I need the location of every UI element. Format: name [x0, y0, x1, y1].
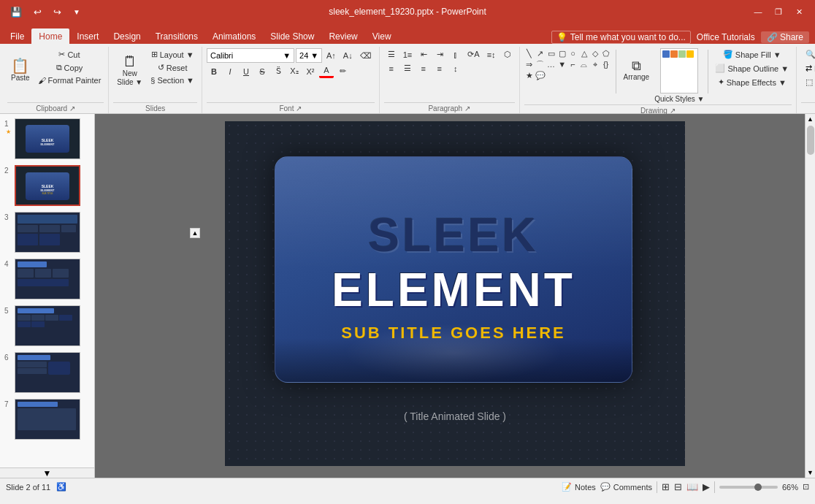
shape-line[interactable]: ╲ [524, 48, 535, 58]
office-tutorials-link[interactable]: Office Tutorials [697, 32, 755, 42]
superscript-button[interactable]: X² [303, 66, 318, 77]
bullets-button[interactable]: ☰ [384, 48, 399, 61]
underline-button[interactable]: U [239, 66, 253, 77]
panel-scroll-down[interactable]: ▼ [0, 467, 94, 478]
new-slide-button[interactable]: 🗒 New Slide ▼ [113, 48, 146, 92]
quick-styles-box[interactable] [660, 48, 698, 93]
center-button[interactable]: ☰ [400, 62, 415, 75]
scroll-thumb[interactable] [807, 126, 814, 155]
align-left-button[interactable]: ≡ [384, 63, 399, 75]
tab-file[interactable]: File [3, 28, 31, 44]
close-button[interactable]: ✕ [789, 4, 809, 20]
shape-callout[interactable]: 💬 [535, 70, 546, 80]
slide-img-4[interactable] [15, 259, 80, 299]
slide-thumb-3[interactable]: 3 [3, 210, 91, 254]
select-button[interactable]: ⬚Select ▼ [801, 76, 815, 88]
slide-img-6[interactable] [15, 352, 80, 393]
font-size-dropdown[interactable]: 24 ▼ [296, 48, 322, 63]
slide-img-1[interactable]: SLEEK ELEMENT [15, 118, 80, 159]
tab-view[interactable]: View [365, 28, 399, 44]
slide-thumb-1[interactable]: 1 ★ SLEEK ELEMENT [3, 117, 91, 161]
slideshow-button[interactable]: ▶ [703, 481, 710, 492]
shape-effects-button[interactable]: ✦Shape Effects ▼ [712, 76, 792, 88]
tab-home[interactable]: Home [31, 28, 69, 44]
subscript-button[interactable]: X₂ [287, 65, 302, 77]
slide-img-7[interactable] [15, 399, 80, 440]
cut-button[interactable]: ✂Cut [35, 48, 104, 61]
shadow-button[interactable]: S̈ [271, 65, 286, 77]
reset-button[interactable]: ↺Reset [148, 61, 197, 74]
tab-transitions[interactable]: Transitions [148, 28, 205, 44]
shape-more[interactable]: … [546, 59, 556, 69]
tab-insert[interactable]: Insert [69, 28, 106, 44]
shape-round-rect[interactable]: ▢ [557, 48, 567, 58]
font-color-button[interactable]: A [319, 64, 334, 78]
justify-button[interactable]: ≡ [432, 63, 447, 75]
bold-button[interactable]: B [207, 66, 221, 77]
shape-triangle[interactable]: △ [579, 48, 589, 58]
clear-format-button[interactable]: ⌫ [357, 50, 375, 62]
slide-sorter-button[interactable]: ⊟ [674, 481, 682, 492]
format-painter-button[interactable]: 🖌Format Painter [35, 75, 104, 86]
customize-icon[interactable]: ▼ [69, 7, 85, 18]
scroll-up-button[interactable]: ▲ [190, 228, 200, 238]
tab-review[interactable]: Review [321, 28, 364, 44]
shape-arrow[interactable]: ↗ [535, 48, 546, 58]
shape-star[interactable]: ★ [524, 70, 535, 80]
replace-button[interactable]: ⇄Replace [801, 62, 815, 75]
undo-icon[interactable]: ↩ [29, 5, 46, 19]
shape-elbow[interactable]: ⌓ [579, 59, 589, 69]
fit-to-window-button[interactable]: ⊡ [803, 482, 809, 492]
tell-me-box[interactable]: 💡 Tell me what you want to do... [551, 31, 691, 44]
font-name-dropdown[interactable]: Calibri ▼ [207, 48, 294, 63]
slide-thumb-7[interactable]: 7 [3, 397, 91, 441]
notes-button[interactable]: 📝 Notes [562, 482, 596, 492]
tab-animations[interactable]: Animations [205, 28, 263, 44]
shape-curve[interactable]: ⌒ [535, 59, 546, 69]
comments-button[interactable]: 💬 Comments [600, 482, 652, 492]
arrange-button[interactable]: ⧉ Arrange [620, 48, 654, 92]
text-direction-button[interactable]: ⟳A [464, 48, 482, 61]
share-button[interactable]: 🔗 Share [761, 31, 809, 43]
align-right-button[interactable]: ≡ [416, 63, 431, 75]
shape-oval[interactable]: ○ [568, 48, 578, 58]
shape-outline-button[interactable]: ⬜Shape Outline ▼ [712, 62, 792, 75]
text-highlight-button[interactable]: ✏ [335, 65, 350, 77]
decrease-font-button[interactable]: A↓ [340, 50, 356, 61]
accessibility-icon[interactable]: ♿ [56, 482, 66, 492]
shape-bracket[interactable]: {} [601, 59, 611, 69]
copy-button[interactable]: ⧉Copy [35, 61, 104, 74]
slide-thumb-6[interactable]: 6 [3, 351, 91, 394]
align-text-button[interactable]: ≡↕ [484, 49, 499, 61]
decrease-indent-button[interactable]: ⇤ [416, 48, 431, 61]
scroll-up-arrow[interactable]: ▲ [806, 114, 815, 124]
zoom-thumb[interactable] [754, 484, 762, 491]
tab-slideshow[interactable]: Slide Show [263, 28, 321, 44]
numbering-button[interactable]: 1≡ [400, 49, 416, 61]
shape-bent[interactable]: ⌐ [568, 59, 578, 69]
shape-diamond[interactable]: ◇ [590, 48, 600, 58]
italic-button[interactable]: I [223, 66, 237, 77]
increase-indent-button[interactable]: ⇥ [432, 48, 447, 61]
slide-thumb-2[interactable]: 2 SLEEK ELEMENT SUB TITLE [3, 164, 91, 207]
minimize-button[interactable]: — [748, 4, 768, 20]
redo-icon[interactable]: ↪ [49, 5, 66, 19]
find-button[interactable]: 🔍Find [801, 48, 815, 61]
section-button[interactable]: §Section ▼ [148, 75, 197, 86]
shape-arrow2[interactable]: ⇒ [524, 59, 535, 69]
shape-rect[interactable]: ▭ [546, 48, 556, 58]
strikethrough-button[interactable]: S [255, 66, 269, 77]
zoom-slider[interactable] [719, 486, 778, 489]
line-spacing-button[interactable]: ↕ [448, 63, 463, 75]
restore-button[interactable]: ❐ [768, 4, 789, 20]
smartart-button[interactable]: ⬡ [500, 48, 515, 61]
reading-view-button[interactable]: 📖 [686, 481, 698, 492]
columns-button[interactable]: ⫿ [448, 49, 463, 61]
shape-pentagon[interactable]: ⬠ [601, 48, 611, 58]
tab-design[interactable]: Design [106, 28, 148, 44]
normal-view-button[interactable]: ⊞ [662, 481, 670, 492]
slide-thumb-4[interactable]: 4 [3, 257, 91, 301]
save-icon[interactable]: 💾 [6, 5, 26, 19]
shape-fill-button[interactable]: 🪣Shape Fill ▼ [712, 48, 792, 61]
scroll-down-arrow[interactable]: ▼ [806, 467, 815, 478]
